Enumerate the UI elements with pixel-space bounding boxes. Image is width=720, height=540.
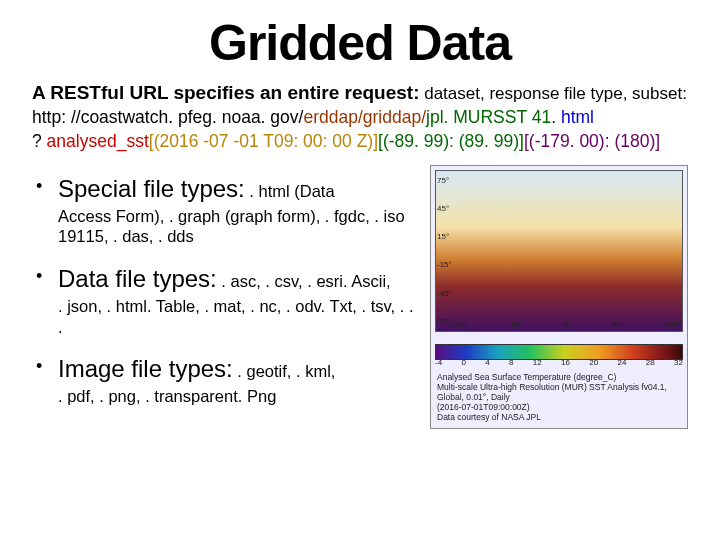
tick-label: 20 <box>589 358 598 367</box>
caption-line: (2016-07-01T09:00:00Z) <box>437 402 683 412</box>
tick-label: -90° <box>509 320 524 329</box>
bullet-item: • Data file types: . asc, . csv, . esri.… <box>36 265 418 293</box>
bullet-head: Special file types: <box>58 175 245 202</box>
colorbar-ticks: -4 0 4 8 12 16 20 24 28 32 <box>435 358 683 367</box>
sst-map-figure: 75° 45° 15° -15° -45° -75° -180° -90° 0°… <box>430 165 688 429</box>
bullet-text: Special file types: . html (Data <box>58 175 418 203</box>
bullet-text: Image file types: . geotif, . kml, <box>58 355 418 383</box>
bullet-dot-icon: • <box>36 175 58 203</box>
bullet-item: • Image file types: . geotif, . kml, <box>36 355 418 383</box>
tick-label: 8 <box>509 358 513 367</box>
url-lon: [(-179. 00): (180)] <box>524 131 660 151</box>
tick-label: -45° <box>437 289 452 298</box>
tick-label: 12 <box>533 358 542 367</box>
tick-label: 180° <box>664 320 681 329</box>
tick-label: 0 <box>461 358 465 367</box>
bullet-tail: . asc, . csv, . esri. Ascii, <box>217 272 391 290</box>
tick-label: 0° <box>564 320 572 329</box>
caption-line: Multi-scale Ultra-high Resolution (MUR) … <box>437 382 683 392</box>
tick-label: -180° <box>449 320 468 329</box>
bullet-detail: . json, . html. Table, . mat, . nc, . od… <box>58 296 418 337</box>
bullet-detail: . pdf, . png, . transparent. Png <box>58 386 418 407</box>
tick-label: 4 <box>485 358 489 367</box>
bullet-tail: . geotif, . kml, <box>233 362 336 380</box>
content-row: • Special file types: . html (Data Acces… <box>32 169 688 429</box>
tick-label: 32 <box>674 358 683 367</box>
bullet-text: Data file types: . asc, . csv, . esri. A… <box>58 265 418 293</box>
tick-label: 15° <box>437 232 452 241</box>
tick-label: -15° <box>437 260 452 269</box>
tick-label: 90° <box>612 320 624 329</box>
world-sst-map <box>435 170 683 332</box>
caption-line: Analysed Sea Surface Temperature (degree… <box>437 372 683 382</box>
url-var: analysed_sst <box>47 131 149 151</box>
bullet-head: Image file types: <box>58 355 233 382</box>
tick-label: 28 <box>646 358 655 367</box>
slide-title: Gridded Data <box>32 14 688 72</box>
url-time: [(2016 -07 -01 T09: 00: 00 Z)] <box>149 131 378 151</box>
url-filetype: . html <box>551 107 594 127</box>
url-service: erddap/griddap/ <box>303 107 426 127</box>
url-lat: [(-89. 99): (89. 99)] <box>378 131 524 151</box>
bullet-head: Data file types: <box>58 265 217 292</box>
url-base: http: //coastwatch. pfeg. noaa. gov/ <box>32 107 303 127</box>
figure-caption: Analysed Sea Surface Temperature (degree… <box>437 372 683 422</box>
bullet-dot-icon: • <box>36 355 58 383</box>
caption-line: Data courtesy of NASA JPL <box>437 412 683 422</box>
bullet-tail: . html (Data <box>245 182 335 200</box>
lon-axis-ticks: -180° -90° 0° 90° 180° <box>449 320 681 329</box>
url-line-1: http: //coastwatch. pfeg. noaa. gov/erdd… <box>32 107 688 129</box>
url-qmark: ? <box>32 131 47 151</box>
request-lead-rest: dataset, response file type, subset: <box>419 84 686 103</box>
tick-label: 24 <box>618 358 627 367</box>
request-line: A RESTful URL specifies an entire reques… <box>32 82 688 104</box>
bullet-dot-icon: • <box>36 265 58 293</box>
lat-axis-ticks: 75° 45° 15° -15° -45° -75° <box>437 176 452 326</box>
url-line-2: ? analysed_sst[(2016 -07 -01 T09: 00: 00… <box>32 131 688 153</box>
url-dataset: jpl. MURSST 41 <box>426 107 551 127</box>
request-lead-bold: A RESTful URL specifies an entire reques… <box>32 82 419 103</box>
tick-label: -4 <box>435 358 442 367</box>
tick-label: 75° <box>437 176 452 185</box>
bullet-list: • Special file types: . html (Data Acces… <box>32 169 418 429</box>
bullet-detail: Access Form), . graph (graph form), . fg… <box>58 206 418 247</box>
tick-label: 16 <box>561 358 570 367</box>
caption-line: Global, 0.01°, Daily <box>437 392 683 402</box>
bullet-item: • Special file types: . html (Data <box>36 175 418 203</box>
slide: Gridded Data A RESTful URL specifies an … <box>0 0 720 540</box>
tick-label: 45° <box>437 204 452 213</box>
